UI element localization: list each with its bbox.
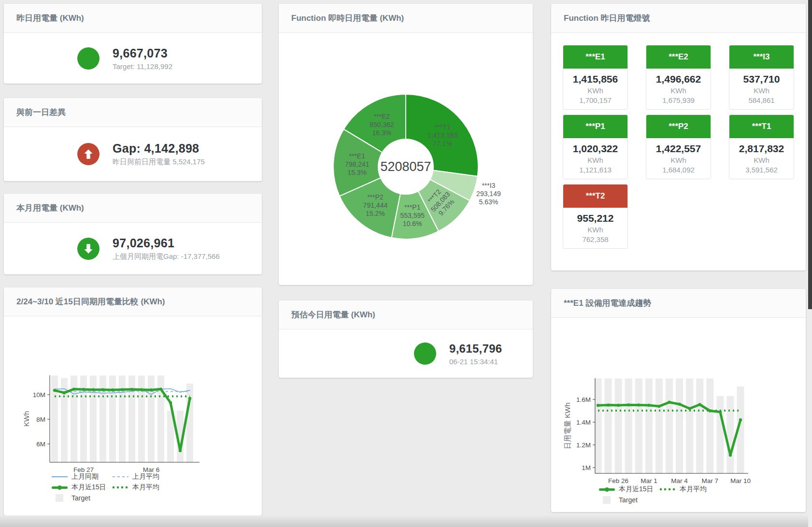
tile-value: 1,496,662 [646,73,711,85]
light-tile: ***P2 1,422,557 KWh 1,684,092 [646,114,711,179]
legend-label: 上月同期 [71,472,99,481]
legend-label: 本月近15日 [71,483,106,492]
kpi-subtitle: 06-21 15:34:41 [449,357,502,366]
card-yesterday-lights: Function 昨日用電燈號 ***E1 1,415,856 KWh 1,70… [551,4,806,271]
target-bar [635,379,642,474]
card-title: Function 昨日用電燈號 [551,4,806,33]
tile-header: ***E2 [646,45,711,69]
light-tile: ***T1 2,817,832 KWh 3,591,562 [729,114,794,179]
tile-value: 955,212 [563,213,627,224]
square-icon [603,496,611,504]
status-circle-icon [77,47,100,70]
y-axis-title: KWh [22,411,30,427]
x-tick-label: Mar 1 [641,477,657,484]
tile-value: 537,710 [729,73,794,85]
tile-target: 1,675,939 [646,96,711,104]
target-bar [595,379,602,474]
light-tile: ***P1 1,020,322 KWh 1,121,613 [563,114,628,179]
legend-label: 本月平均 [680,485,707,494]
tile-unit: KWh [563,156,627,164]
y-tick-label: 1M [582,464,591,471]
card-yesterday-usage: 昨日用電量 (KWh) 9,667,073 Target: 11,128,992 [4,4,262,84]
kpi-value: 97,026,961 [113,236,220,250]
tile-value: 1,020,322 [563,143,627,155]
kpi-subtitle: 昨日與前日用電量 5,524,175 [113,157,205,167]
donut-chart[interactable]: 5208057 ***T11,413,18327.1%***I3293,1495… [279,33,533,285]
tile-unit: KWh [729,86,794,95]
light-tile: ***I3 537,710 KWh 584,861 [729,45,794,110]
legend-item-this-month[interactable]: 本月近15日 [52,483,113,492]
card-title: ***E1 設備用電達成趨勢 [551,289,806,318]
tile-unit: KWh [563,86,627,95]
y-tick-label: 6M [36,441,45,448]
donut-center-total: 5208057 [380,159,431,174]
card-title: 預估今日用電量 (KWh) [279,300,533,329]
tile-target: 1,700,157 [563,96,627,104]
thick-line-icon [599,488,615,491]
tile-unit: KWh [729,156,794,164]
legend-label: Target [619,496,638,504]
card-realtime-usage-donut: Function 即時日用電量 (KWh) 5208057 ***T11,413… [279,4,533,285]
card-title: Function 即時日用電量 (KWh) [279,4,533,33]
tile-target: 1,121,613 [563,166,627,174]
legend-label: 本月近15日 [619,485,654,494]
y-axis-title: 日用電量 KWh [563,402,571,449]
tile-value: 1,422,557 [646,143,711,155]
tile-unit: KWh [646,86,711,95]
legend-item-this-month-avg[interactable]: 本月平均 [660,485,707,494]
y-tick-label: 1.6M [576,396,591,403]
y-tick-label: 1.2M [576,442,591,449]
tile-target: 762,358 [563,235,627,243]
lights-grid: ***E1 1,415,856 KWh 1,700,157 ***E2 1,49… [551,33,806,261]
target-bar [615,379,622,474]
dotted-line-icon [660,488,676,490]
tile-unit: KWh [563,226,627,234]
card-e1-trend-chart: ***E1 設備用電達成趨勢 1.6M1.4M1.2M1MFeb 26Mar 1… [551,289,806,512]
y-tick-label: 1.4M [576,419,591,426]
legend-label: Target [71,494,90,502]
legend-item-this-month[interactable]: 本月近15日 [599,485,660,494]
x-tick-label: Feb 26 [608,477,628,484]
target-bar [696,379,703,474]
card-title: 與前一日差異 [4,98,262,127]
tile-target: 584,861 [729,96,794,104]
card-15day-compare-chart: 2/24~3/10 近15日同期用電量比較 (KWh) 10M8M6MFeb 2… [4,287,262,515]
x-tick-label: Mar 7 [702,477,719,484]
target-bar [645,379,653,474]
bottom-fade [0,515,808,527]
trend-line-chart[interactable]: 1.6M1.4M1.2M1MFeb 26Mar 1Mar 4Mar 7Mar 1… [551,318,806,512]
dashboard-page: { "kpi_cards": [ {"title":"昨日用電量 (KWh)",… [0,0,812,527]
card-gap-previous-day: 與前一日差異 Gap: 4,142,898 昨日與前日用電量 5,524,175 [4,98,262,181]
light-tile-alert: ***T2 955,212 KWh 762,358 [563,184,628,249]
legend-item-this-month-avg[interactable]: 本月平均 [113,483,159,492]
tile-header: ***T2 [563,185,627,208]
scrollbar-track[interactable] [808,0,812,527]
kpi-subtitle: Target: 11,128,992 [113,62,172,71]
target-bar [706,379,713,474]
legend-item-target[interactable]: Target [52,494,113,502]
status-circle-icon [414,342,436,365]
legend-item-last-month-avg[interactable]: 上月平均 [113,472,159,481]
tile-unit: KWh [646,156,711,164]
target-bar [676,379,683,474]
legend-item-last-month[interactable]: 上月同期 [52,472,113,481]
tile-target: 1,684,092 [646,166,711,174]
dashed-line-icon [113,476,128,477]
tile-target: 3,591,562 [729,166,794,174]
legend-item-target[interactable]: Target [599,496,660,504]
square-icon [56,494,63,502]
card-title: 昨日用電量 (KWh) [4,4,262,33]
tile-value: 2,817,832 [729,143,794,155]
trend-chart-legend: 本月近15日 本月平均 Target [599,484,707,505]
thick-line-icon [52,486,68,489]
legend-label: 本月平均 [132,483,159,492]
target-bar [666,379,673,474]
scrollbar-thumb[interactable] [808,0,812,309]
target-bar [686,379,693,474]
card-today-estimate: 預估今日用電量 (KWh) 9,615,796 06-21 15:34:41 [279,300,533,378]
light-tile: ***E2 1,496,662 KWh 1,675,939 [646,45,711,110]
legend-label: 上月平均 [132,472,159,481]
card-title: 2/24~3/10 近15日同期用電量比較 (KWh) [4,287,262,316]
y-tick-label: 8M [36,416,45,423]
target-bar [186,384,193,462]
